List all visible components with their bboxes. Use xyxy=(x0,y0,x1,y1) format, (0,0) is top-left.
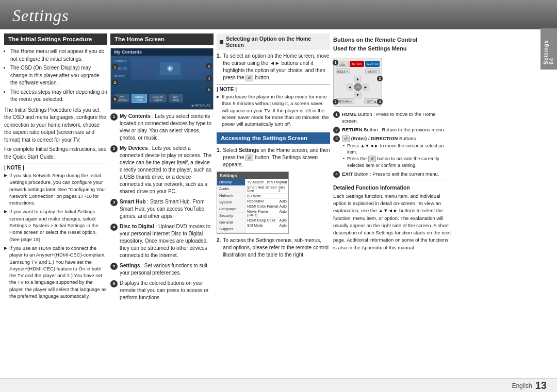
item-text-2: My Devices : Lets you select a connected… xyxy=(120,145,214,195)
btn-left: ◄ xyxy=(347,84,353,91)
remote-illustration: 🏠HOME NETFLIX SMART HUB TOOLS 🔧 INFO ⓘ 1… xyxy=(333,58,382,107)
hs-thumbnail xyxy=(157,60,183,78)
item-text-4: Disc to Digital : Upload DVD movies to y… xyxy=(120,223,214,259)
bullet-1: The Home menu will not appear if you do … xyxy=(10,48,107,63)
page-title: Settings xyxy=(12,6,545,25)
rl-text-3: ⏎ (Enter) / DIRECTION Buttons : xyxy=(342,135,419,141)
home-screen-header: The Home Screen xyxy=(110,33,214,45)
remote-row2: TOOLS 🔧 INFO ⓘ xyxy=(336,69,380,74)
remote-label-2: 2 RETURN Button : Return to the previous… xyxy=(333,126,452,133)
item-row-4: 4 Disc to Digital : Upload DVD movies to… xyxy=(110,223,214,259)
item-row-5: 5 Settings : Set various functions to su… xyxy=(110,262,214,277)
val-resolution: ResolutionAuto xyxy=(247,199,287,204)
item-num-2: 2 xyxy=(110,145,118,152)
rl-num-2: 2 xyxy=(333,127,340,133)
btn-netflix: NETFLIX xyxy=(350,61,364,67)
item-row-3: 3 Smart Hub : Starts Smart Hub. From Sma… xyxy=(110,198,214,220)
bullet-icon xyxy=(220,40,223,44)
settings-screen-title: Settings xyxy=(217,172,288,179)
remote-descriptions: 1 HOME Button : Press to move to the Hom… xyxy=(333,111,452,178)
note-3: If you use an HDMI cable to connect the … xyxy=(4,245,107,299)
detailed-section: Detailed Function Information Each Setti… xyxy=(333,184,452,251)
note-content: If you leave the player in the stop mode… xyxy=(217,93,330,127)
detailed-text: Each Settings function, menu item, and i… xyxy=(333,193,452,251)
note-box: | NOTE | If you leave the player in the … xyxy=(217,84,330,127)
item-num-4: 4 xyxy=(110,224,118,231)
settings-menu-list: Display Audio Network System Language Se… xyxy=(217,179,245,233)
settings-content-row: Display Audio Network System Language Se… xyxy=(217,179,288,233)
rl-num-3: 3 xyxy=(333,135,340,142)
remote-badge-4: 4 xyxy=(377,99,383,105)
remote-badge-1: 1 xyxy=(333,60,338,65)
rl-num-1: 1 xyxy=(333,111,340,118)
bullet-3: The access steps may differ depending on… xyxy=(10,89,107,104)
note-label: | NOTE | xyxy=(4,163,107,171)
menu-item-general: General xyxy=(217,219,245,226)
selecting-header-bar: Selecting an Option on the Home Screen xyxy=(217,33,330,50)
dpad: ▲ ▼ ◄ ► ⏎ xyxy=(347,76,369,98)
rl-text-4: EXIT Button : Press to exit the current … xyxy=(342,171,439,177)
hs-progress: ■ MP3/FLAC xyxy=(191,104,211,107)
remote-badge-3: 3 xyxy=(377,76,383,81)
btn-down: ▼ xyxy=(354,92,361,98)
enter-btn-icon: ⏎ xyxy=(245,75,253,81)
main-content: The Initial Settings Procedure The Home … xyxy=(0,29,557,378)
item-text-3: Smart Hub : Starts Smart Hub. From Smart… xyxy=(120,198,214,220)
btn-enter: ⏎ xyxy=(354,83,362,91)
btn-smart-hub: SMART HUB xyxy=(365,61,380,67)
item-row-1: 1 My Contents : Lets you select contents… xyxy=(110,113,214,142)
menu-item-security: Security xyxy=(217,213,245,219)
footer-lang: English xyxy=(512,382,532,389)
note-title: | NOTE | xyxy=(217,87,330,92)
remote-diagram: 🏠HOME NETFLIX SMART HUB TOOLS 🔧 INFO ⓘ 1… xyxy=(333,58,452,107)
val-smart-hub: Smart Hub Screen SizeSize 2 xyxy=(247,185,287,194)
rl-text-2: RETURN Button : Return to the previous m… xyxy=(342,126,445,133)
item-text-5: Settings : Set various functions to suit… xyxy=(120,262,214,277)
accessing-header: Accessing the Settings Screen xyxy=(217,132,330,144)
access-text-1: Select Settings on the Home screen, and … xyxy=(223,147,330,168)
remote-row1: 🏠HOME NETFLIX SMART HUB xyxy=(336,61,380,67)
btn-tools: TOOLS 🔧 xyxy=(336,69,350,74)
access-num-2: 2. xyxy=(217,237,221,244)
divider-2 xyxy=(333,180,452,180)
val-bd-wise: BD Wise xyxy=(247,194,287,199)
section-tab: 04 Settings xyxy=(540,28,557,70)
access-step-1: 1. Select Settings on the Home screen, a… xyxy=(217,147,330,168)
remote-label-4: 4 EXIT Button : Press to exit the curren… xyxy=(333,171,452,178)
selecting-header-text: Selecting an Option on the Home Screen xyxy=(226,36,327,48)
item-row-6: 6 Displays the colored buttons on your r… xyxy=(110,280,214,301)
item-num-6: 6 xyxy=(110,280,118,287)
access-step-2: 2. To access the Settings menus, sub-men… xyxy=(217,237,330,259)
btn-info: INFO ⓘ xyxy=(365,69,380,74)
item-num-1: 1 xyxy=(110,113,118,121)
home-screen-illustration: My Contents Videos Photos Music xyxy=(110,48,214,110)
hs-title: My Contents xyxy=(111,48,213,56)
remote-header: Buttons on the Remote Control Used for t… xyxy=(333,33,452,55)
menu-item-support: Support xyxy=(217,226,245,233)
remote-bottom-row: RETURN ↩ EXIT ⏏ xyxy=(336,98,380,104)
settings-values: TV Aspect16:9 Original Smart Hub Screen … xyxy=(245,179,288,233)
home-screen-items: 1 My Contents : Lets you select contents… xyxy=(110,113,214,301)
menu-item-language: Language xyxy=(217,206,245,213)
access-text-2: To access the Settings menus, sub-menus,… xyxy=(223,237,330,259)
rl-text-1: HOME Button : Press to move to the Home … xyxy=(342,111,452,125)
hs-icon-row: MyDevices SmartHub Easy toDigital Set-ti… xyxy=(114,94,210,103)
header: Settings xyxy=(0,0,557,29)
select-step-1: 1. To select an option on the Home scree… xyxy=(217,53,330,81)
initial-settings-header: The Initial Settings Procedure xyxy=(4,33,107,45)
detailed-title: Detailed Function Information xyxy=(333,184,452,191)
footer: English 13 xyxy=(0,378,557,392)
menu-item-audio: Audio xyxy=(217,186,245,193)
initial-bullets: The Home menu will not appear if you do … xyxy=(4,48,107,104)
hs-side-badges: 1 2 xyxy=(112,64,118,86)
enter-icon: ⏎ xyxy=(342,135,350,142)
btn-up: ▲ xyxy=(354,76,361,82)
note-2: If you want to display the Initial Setti… xyxy=(4,208,107,242)
intro-text: The Initial Settings Procedure lets you … xyxy=(4,107,107,144)
settings-screen-illustration: Settings Display Audio Network System La… xyxy=(217,172,289,234)
val-hdmi-deep: HDMI Deep ColorAuto xyxy=(247,218,287,223)
val-movie-frame: Movie Frame (24Fs)Auto xyxy=(247,209,287,218)
see-text: For complete Initial Settings instructio… xyxy=(4,146,107,161)
item-row-2: 2 My Devices : Lets you select a connect… xyxy=(110,145,214,195)
remote-badge-2: 2 xyxy=(333,99,338,105)
